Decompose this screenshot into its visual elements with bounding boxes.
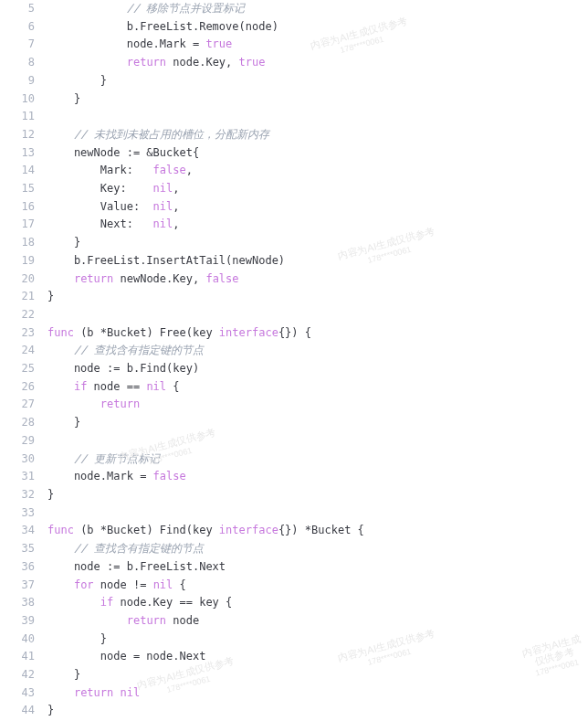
code-line: 23func (b *Bucket) Free(key interface{})… — [0, 324, 588, 343]
code-line: 14 Mark: false, — [0, 162, 588, 180]
code-line: 22 — [0, 306, 588, 324]
code-line: 11 — [0, 108, 588, 126]
line-number: 17 — [0, 216, 47, 234]
line-content: } — [47, 631, 107, 649]
code-line: 35 // 查找含有指定键的节点 — [0, 540, 588, 558]
line-number: 37 — [0, 577, 47, 595]
code-line: 44} — [0, 702, 588, 720]
line-content: return newNode.Key, false — [47, 270, 239, 289]
code-line: 40 } — [0, 631, 588, 649]
line-content: } — [47, 414, 80, 432]
line-number: 44 — [0, 702, 47, 720]
line-content: b.FreeList.InsertAtTail(newNode) — [47, 252, 285, 270]
line-content: if node.Key == key { — [47, 594, 232, 612]
line-content: if node == nil { — [47, 378, 180, 397]
line-content: Mark: false, — [47, 162, 193, 180]
code-line: 16 Value: nil, — [0, 198, 588, 217]
code-line: 13 newNode := &Bucket{ — [0, 144, 588, 163]
line-content: } — [47, 234, 80, 252]
code-line: 9 } — [0, 72, 588, 90]
line-number: 24 — [0, 342, 47, 360]
line-content: return nil — [47, 684, 140, 703]
line-number: 7 — [0, 36, 47, 54]
code-line: 30 // 更新节点标记 — [0, 451, 588, 469]
code-line: 32} — [0, 486, 588, 504]
code-line: 10 } — [0, 90, 588, 109]
line-content: Next: nil, — [47, 216, 180, 234]
line-content: } — [47, 486, 54, 504]
code-line: 8 return node.Key, true — [0, 54, 588, 72]
line-number: 31 — [0, 468, 47, 486]
line-number: 34 — [0, 522, 47, 540]
line-content: node := b.FreeList.Next — [47, 558, 226, 577]
code-line: 25 node := b.Find(key) — [0, 360, 588, 378]
line-content: } — [47, 288, 54, 306]
line-number: 26 — [0, 378, 47, 397]
code-line: 42 } — [0, 666, 588, 684]
code-line: 31 node.Mark = false — [0, 468, 588, 486]
code-line: 36 node := b.FreeList.Next — [0, 558, 588, 577]
line-number: 32 — [0, 486, 47, 504]
line-content: func (b *Bucket) Find(key interface{}) *… — [47, 522, 364, 540]
code-line: 41 node = node.Next — [0, 648, 588, 666]
code-line: 29 — [0, 432, 588, 451]
code-line: 17 Next: nil, — [0, 216, 588, 234]
code-line: 27 return — [0, 396, 588, 414]
line-number: 9 — [0, 72, 47, 90]
line-content: Key: nil, — [47, 180, 180, 198]
line-number: 42 — [0, 666, 47, 684]
line-content: return — [47, 396, 140, 414]
code-line: 38 if node.Key == key { — [0, 594, 588, 612]
line-content: node.Mark = true — [47, 36, 232, 54]
line-content: return node — [47, 612, 199, 631]
line-content: // 查找含有指定键的节点 — [47, 342, 204, 360]
line-content: Value: nil, — [47, 198, 180, 217]
line-content: // 未找到未被占用的槽位，分配新内存 — [47, 126, 269, 144]
line-number: 10 — [0, 90, 47, 109]
line-content: } — [47, 90, 80, 109]
line-number: 18 — [0, 234, 47, 252]
line-content: } — [47, 666, 80, 684]
line-number: 5 — [0, 0, 47, 18]
line-number: 36 — [0, 558, 47, 577]
code-line: 33 — [0, 504, 588, 523]
line-number: 30 — [0, 451, 47, 469]
line-number: 21 — [0, 288, 47, 306]
line-number: 41 — [0, 648, 47, 666]
code-line: 24 // 查找含有指定键的节点 — [0, 342, 588, 360]
line-number: 16 — [0, 198, 47, 217]
line-number: 22 — [0, 306, 47, 324]
code-line: 18 } — [0, 234, 588, 252]
line-number: 15 — [0, 180, 47, 198]
line-number: 13 — [0, 144, 47, 163]
code-line: 39 return node — [0, 612, 588, 631]
line-number: 43 — [0, 684, 47, 703]
line-number: 33 — [0, 504, 47, 523]
line-content: node := b.Find(key) — [47, 360, 199, 378]
line-content: // 移除节点并设置标记 — [47, 0, 245, 18]
line-number: 39 — [0, 612, 47, 631]
line-number: 29 — [0, 432, 47, 451]
line-number: 35 — [0, 540, 47, 558]
line-content: node.Mark = false — [47, 468, 186, 486]
code-block: 内容为AI生成仅供参考178****0061 内容为AI生成仅供参考178***… — [0, 0, 588, 720]
code-line: 20 return newNode.Key, false — [0, 270, 588, 289]
code-line: 6 b.FreeList.Remove(node) — [0, 18, 588, 37]
code-line: 34func (b *Bucket) Find(key interface{})… — [0, 522, 588, 540]
line-number: 20 — [0, 270, 47, 289]
code-line: 26 if node == nil { — [0, 378, 588, 397]
line-number: 23 — [0, 324, 47, 343]
line-number: 19 — [0, 252, 47, 270]
code-line: 28 } — [0, 414, 588, 432]
line-content: } — [47, 72, 107, 90]
code-line: 5 // 移除节点并设置标记 — [0, 0, 588, 18]
code-line: 19 b.FreeList.InsertAtTail(newNode) — [0, 252, 588, 270]
line-number: 8 — [0, 54, 47, 72]
line-content: // 更新节点标记 — [47, 451, 160, 469]
code-line: 43 return nil — [0, 684, 588, 703]
line-number: 12 — [0, 126, 47, 144]
code-line: 37 for node != nil { — [0, 577, 588, 595]
line-number: 14 — [0, 162, 47, 180]
line-number: 28 — [0, 414, 47, 432]
code-line: 7 node.Mark = true — [0, 36, 588, 54]
